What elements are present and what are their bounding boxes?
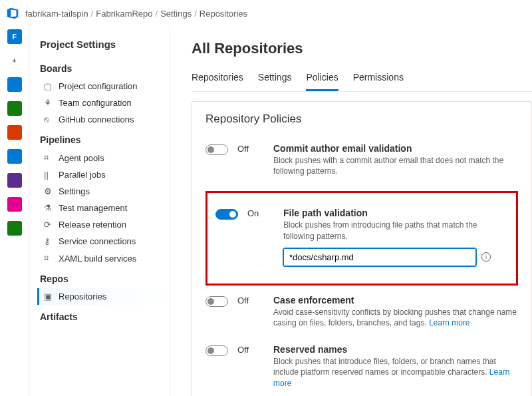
sidebar-item-icon: ⌗	[44, 253, 53, 264]
toggle-path[interactable]	[215, 209, 238, 220]
policy-desc-reserved: Block pushes that introduce files, folde…	[273, 356, 518, 389]
learn-more-case[interactable]: Learn more	[429, 318, 469, 327]
toggle-reserved[interactable]	[205, 345, 228, 356]
sidebar-item-label: Service connections	[59, 236, 136, 246]
sidebar-item-parallel-jobs[interactable]: ||Parallel jobs	[37, 166, 170, 183]
sidebar-item-icon: ⎋	[44, 114, 53, 124]
tab-permissions[interactable]: Permissions	[353, 69, 404, 91]
sidebar-item-label: GitHub connections	[59, 114, 134, 124]
sidebar-item-label: Parallel jobs	[59, 170, 106, 180]
rail-item-6[interactable]	[7, 173, 22, 188]
breadcrumb-1[interactable]: FabrikamRepo	[96, 9, 152, 19]
sidebar-item-label: Release retention	[59, 220, 126, 230]
sidebar-group-pipelines[interactable]: Pipelines	[37, 128, 170, 149]
rail-item-1[interactable]: +	[7, 53, 22, 68]
toggle-case[interactable]	[205, 296, 228, 307]
toggle-state-reserved: Off	[237, 344, 264, 355]
panel-title: Repository Policies	[205, 112, 518, 126]
breadcrumb-3[interactable]: Repositories	[200, 9, 247, 19]
sidebar-item-label: Team configuration	[59, 98, 132, 108]
sidebar-item-team-configuration[interactable]: ⚘Team configuration	[37, 95, 170, 111]
policy-title-reserved: Reserved names	[273, 344, 518, 355]
sidebar-item-icon: ⌗	[44, 152, 53, 163]
rail-item-2[interactable]	[7, 77, 22, 92]
sidebar-item-label: Settings	[59, 186, 90, 196]
toggle-email[interactable]	[205, 144, 228, 155]
sidebar-item-label: Test management	[59, 203, 127, 213]
sidebar-item-icon: ▣	[44, 292, 53, 301]
tab-policies[interactable]: Policies	[306, 69, 338, 91]
breadcrumb-sep: /	[192, 9, 200, 19]
rail-item-7[interactable]	[7, 197, 22, 212]
sidebar-item-icon: ⟳	[44, 220, 53, 230]
policy-desc-case: Avoid case-sensitivity conflicts by bloc…	[273, 307, 518, 328]
sidebar-item-icon: ▢	[44, 81, 53, 91]
sidebar-item-label: Agent pools	[59, 153, 104, 163]
toggle-state-case: Off	[237, 295, 264, 305]
policy-title-email: Commit author email validation	[273, 143, 518, 154]
sidebar-item-service-connections[interactable]: ⚷Service connections	[37, 233, 170, 250]
sidebar-item-project-configuration[interactable]: ▢Project configuration	[37, 78, 170, 95]
sidebar-item-test-management[interactable]: ⚗Test management	[37, 200, 170, 216]
toggle-state-path: On	[247, 208, 274, 218]
sidebar-item-icon: ⚘	[44, 98, 53, 108]
rail-item-8[interactable]	[7, 221, 22, 236]
tab-repositories[interactable]: Repositories	[192, 69, 243, 91]
policy-desc-email: Block pushes with a commit author email …	[273, 155, 518, 176]
breadcrumb-2[interactable]: Settings	[160, 9, 192, 19]
policy-title-case: Case enforcement	[273, 295, 518, 305]
tab-settings[interactable]: Settings	[258, 69, 292, 91]
sidebar-item-icon: ⚷	[44, 236, 53, 246]
rail-item-5[interactable]	[7, 149, 22, 164]
sidebar-item-release-retention[interactable]: ⟳Release retention	[37, 216, 170, 233]
sidebar-item-icon: ⚗	[44, 203, 53, 213]
azure-devops-logo-icon[interactable]	[5, 6, 20, 21]
sidebar-group-artifacts[interactable]: Artifacts	[37, 305, 170, 326]
toggle-state-email: Off	[237, 143, 264, 154]
rail-item-3[interactable]	[7, 101, 22, 116]
breadcrumb-sep: /	[153, 9, 161, 19]
sidebar-item-label: Project configuration	[59, 81, 138, 91]
sidebar-item-icon: ⚙	[44, 186, 53, 196]
path-pattern-input[interactable]	[283, 248, 476, 266]
sidebar-title: Project Settings	[37, 35, 170, 57]
sidebar-group-boards[interactable]: Boards	[37, 57, 170, 78]
sidebar-item-icon: ||	[44, 170, 53, 180]
sidebar-item-repositories[interactable]: ▣Repositories	[37, 288, 170, 305]
breadcrumb-0[interactable]: fabrikam-tailspin	[25, 9, 88, 19]
breadcrumb-sep: /	[88, 9, 96, 19]
sidebar-item-github-connections[interactable]: ⎋GitHub connections	[37, 111, 170, 128]
page-title: All Repositories	[192, 40, 532, 57]
sidebar-item-agent-pools[interactable]: ⌗Agent pools	[37, 149, 170, 166]
sidebar-item-label: Repositories	[59, 292, 106, 301]
learn-more-reserved[interactable]: Learn more	[273, 367, 510, 387]
sidebar-item-label: XAML build services	[59, 254, 136, 264]
info-icon[interactable]: i	[481, 252, 491, 262]
policy-title-path: File path validation	[283, 208, 508, 218]
sidebar-item-xaml-build-services[interactable]: ⌗XAML build services	[37, 250, 170, 267]
rail-item-4[interactable]	[7, 125, 22, 140]
policy-desc-path: Block pushes from introducing file paths…	[283, 220, 508, 241]
sidebar-group-repos[interactable]: Repos	[37, 267, 170, 288]
sidebar-item-settings[interactable]: ⚙Settings	[37, 183, 170, 200]
rail-item-0[interactable]: F	[7, 29, 22, 44]
